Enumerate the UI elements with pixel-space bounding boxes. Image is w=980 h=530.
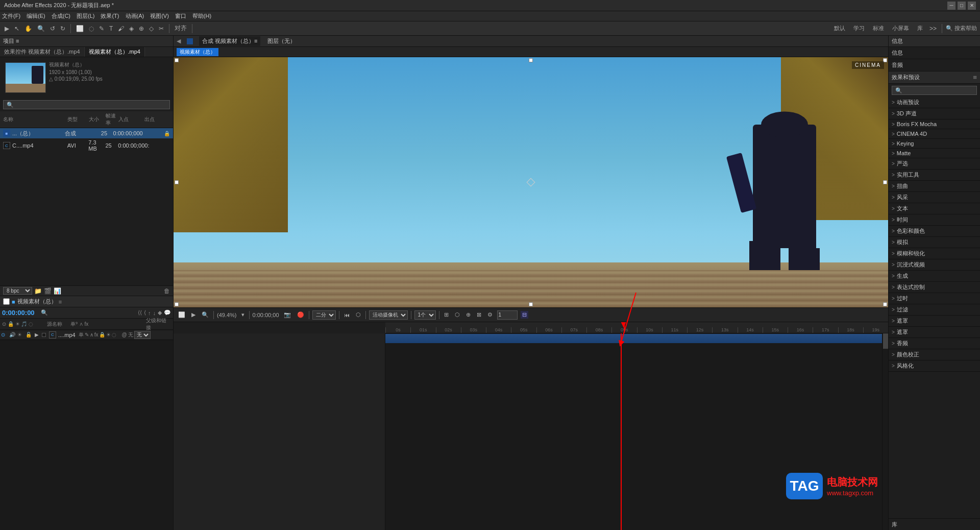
rect-tool[interactable]: ⬜ (75, 24, 85, 33)
file-row[interactable]: C C....mp4 AVI 7.3 MB 25 0:00:00;00 0: (0, 138, 173, 153)
effect-group-fengcai[interactable]: > 风采 (889, 192, 980, 203)
vc-comp-btn[interactable]: ⬡ (453, 311, 461, 319)
pen-tool[interactable]: ✎ (97, 24, 106, 33)
workspace-library[interactable]: 库 (914, 23, 926, 33)
viewer-nav-btn[interactable]: ◀ (177, 38, 181, 44)
effect-group-audio[interactable]: > 香频 (889, 338, 980, 349)
menu-effects[interactable]: 效果(T) (101, 12, 119, 20)
tl-extract[interactable]: ↓ (153, 310, 156, 316)
workspace-default[interactable]: 默认 (831, 23, 848, 33)
effect-group-obsolete[interactable]: > 过时 (889, 293, 980, 304)
track-scrollbar-thumb[interactable] (883, 333, 888, 349)
effect-group-mask2[interactable]: > 遮罩 (889, 327, 980, 338)
footage-tab[interactable]: 视频素材（总） (177, 48, 218, 56)
delete-btn[interactable]: 🗑 (164, 287, 170, 295)
layer-solo-btn[interactable]: ☀ (17, 332, 24, 338)
corner-handle-bl[interactable] (175, 302, 179, 306)
vc-reset-btn[interactable]: ⊟ (521, 311, 528, 319)
mid-handle-bottom[interactable] (529, 302, 533, 306)
menu-window[interactable]: 窗口 (175, 12, 186, 20)
new-composition-btn[interactable]: 🎬 (44, 287, 52, 295)
effect-group-cinema4d[interactable]: > CINEMA 4D (889, 129, 980, 139)
vc-timecode[interactable]: 0:00:00;00 (253, 312, 279, 318)
align-btn[interactable]: 对齐 (173, 23, 188, 34)
workspace-standard[interactable]: 标准 (870, 23, 887, 33)
effect-group-expression[interactable]: > 表达式控制 (889, 282, 980, 293)
tab-effects-controls[interactable]: 效果控件 视频素材（总）.mp4 (0, 47, 85, 57)
effects-menu-btn[interactable]: ≡ (973, 74, 977, 81)
audio-section[interactable]: 音频 (889, 59, 980, 71)
minimize-button[interactable]: ─ (947, 2, 955, 10)
effect-group-blur[interactable]: > 模糊和锐化 (889, 248, 980, 259)
layer-eye-btn[interactable]: ⊙ (1, 332, 8, 338)
vc-zoom-btn[interactable]: ▾ (240, 311, 246, 319)
tl-search-btn[interactable]: 🔍 (41, 309, 48, 316)
effect-group-utility[interactable]: > 实用工具 (889, 170, 980, 181)
menu-composition[interactable]: 合成(C) (52, 12, 70, 20)
layer-switch-quality[interactable]: fx (94, 332, 99, 338)
library-label[interactable]: 库 (892, 521, 977, 528)
layer-lock-btn[interactable]: 🔓 (26, 332, 33, 338)
effect-group-boris[interactable]: > Boris FX Mocha (889, 119, 980, 129)
vc-safe-btn[interactable]: ⬡ (354, 311, 362, 319)
layer-switch-motion[interactable]: ∧ (90, 332, 93, 338)
vc-camera-select[interactable]: 活动摄像机 (369, 310, 408, 320)
effect-group-time[interactable]: > 时间 (889, 214, 980, 226)
puppet-tool[interactable]: ⊕ (137, 24, 145, 33)
tl-lift[interactable]: ↑ (148, 310, 151, 316)
new-item-btn[interactable]: 📊 (54, 287, 61, 295)
tab-footage[interactable]: 视频素材（总）.mp4 (85, 47, 145, 57)
effect-group-filter[interactable]: > 过滤 (889, 304, 980, 316)
layer-row[interactable]: ⊙ 🔊 ☀ 🔓 ▶ C ....mp4 单 ✎ ∧ fx 🔒 ☀ ◌ @ 无 (0, 330, 173, 340)
effect-group-generate[interactable]: > 生成 (889, 271, 980, 282)
maximize-button[interactable]: □ (958, 2, 966, 10)
vc-grid-btn[interactable]: ⊕ (464, 311, 472, 319)
corner-handle-tl[interactable] (175, 58, 179, 62)
undo-tool[interactable]: ↻ (59, 24, 67, 33)
mid-handle-top[interactable] (529, 58, 533, 62)
menu-help[interactable]: 帮助(H) (192, 12, 211, 20)
file-row[interactable]: ■ ...（总） 合成 25 0:00:00;00 0 🔒 (0, 128, 173, 138)
vc-pixel-btn[interactable]: 🔍 (200, 311, 210, 319)
layer-switch-fx[interactable]: ✎ (85, 332, 89, 338)
effect-group-immersive[interactable]: > 沉浸式视频 (889, 259, 980, 271)
effect-group-animation[interactable]: > 动画预设 (889, 97, 980, 108)
vc-snapshot-btn[interactable]: 📷 (282, 311, 292, 319)
layer-audio-btn[interactable]: 🔊 (9, 332, 16, 338)
pin-tool[interactable]: ◇ (148, 24, 155, 33)
viewer-tab-layer[interactable]: 图层（无） (264, 36, 299, 46)
track-scrollbar[interactable] (882, 333, 888, 530)
mid-handle-left[interactable] (175, 180, 179, 184)
timeline-panel-menu[interactable]: ≡ (59, 299, 62, 305)
mid-handle-right[interactable] (883, 180, 887, 184)
grab-tool[interactable]: ✂ (157, 24, 165, 33)
workspace-small[interactable]: 小屏幕 (889, 23, 912, 33)
rotate-tool[interactable]: ↺ (48, 24, 57, 33)
select-tool[interactable]: ↖ (13, 24, 21, 33)
effect-group-stylize[interactable]: > 风格化 (889, 360, 980, 372)
layer-parent-select[interactable]: 无 (134, 331, 151, 339)
effect-group-keying[interactable]: > Keying (889, 139, 980, 149)
vc-frame-input[interactable] (497, 310, 518, 320)
effect-group-simulation[interactable]: > 模拟 (889, 237, 980, 248)
vc-region-btn[interactable]: ⬜ (177, 311, 187, 319)
vc-transparency-btn[interactable]: ▶ (190, 311, 197, 319)
menu-layer[interactable]: 图层(L) (77, 12, 94, 20)
vc-settings-btn[interactable]: ⚙ (486, 311, 494, 319)
menu-edit[interactable]: 编辑(E) (27, 12, 45, 20)
text-tool[interactable]: T (108, 24, 114, 33)
tl-nav-first[interactable]: ⟨⟨ (138, 309, 142, 316)
effect-group-color[interactable]: > 色彩和颜色 (889, 226, 980, 237)
vc-show-snapshot-btn[interactable]: 🔴 (296, 311, 306, 319)
brush-tool[interactable]: 🖌 (116, 24, 126, 33)
effect-group-matte[interactable]: > Matte (889, 149, 980, 158)
menu-animation[interactable]: 动画(A) (126, 12, 144, 20)
vc-render-btn[interactable]: ⊞ (443, 311, 450, 319)
layer-switch-adjust[interactable]: ☀ (106, 332, 111, 338)
new-folder-btn[interactable]: 📁 (34, 287, 42, 295)
solo-checkbox[interactable] (3, 298, 10, 305)
tl-time-display[interactable]: 0:00:00:00 (2, 309, 35, 317)
viewer-tab-comp[interactable]: 合成 视频素材（总）≡ (199, 36, 260, 46)
vc-fast-prev-btn[interactable]: ⏮ (342, 311, 351, 319)
effect-group-mask1[interactable]: > 遮罩 (889, 316, 980, 327)
